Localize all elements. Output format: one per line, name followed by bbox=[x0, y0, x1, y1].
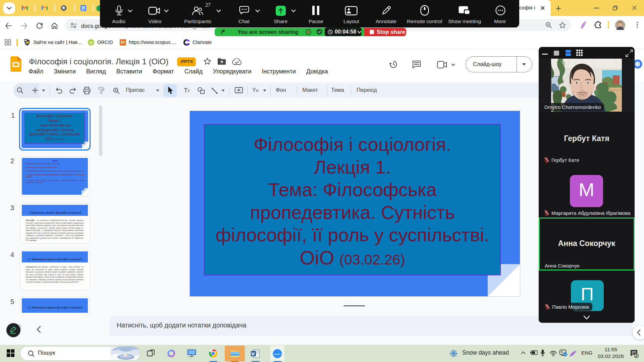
svg-text:iD: iD bbox=[90, 41, 93, 45]
svg-text:zoom: zoom bbox=[274, 353, 281, 356]
svg-text:2: 2 bbox=[635, 354, 637, 358]
